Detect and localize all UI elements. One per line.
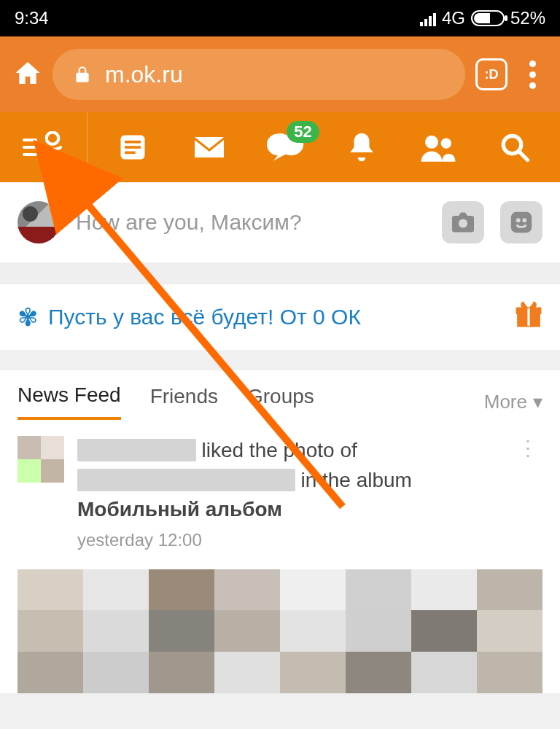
home-button[interactable] (13, 58, 42, 90)
emoji-button[interactable] (500, 201, 542, 243)
svg-point-13 (522, 218, 526, 222)
chevron-down-icon: ▾ (533, 391, 542, 413)
tab-friends[interactable]: Friends (150, 385, 218, 418)
home-icon (13, 58, 42, 87)
hamburger-icon (23, 139, 37, 156)
tab-news-feed[interactable]: News Feed (18, 383, 121, 420)
battery-icon (471, 10, 505, 26)
dot-icon (529, 82, 536, 89)
camera-icon (450, 211, 476, 233)
feed-text-in: in the album (295, 469, 412, 491)
app-topnav: 52 (0, 112, 560, 182)
feed-icon (117, 131, 149, 163)
smiley-icon (509, 210, 534, 235)
tab-groups[interactable]: Groups (247, 385, 314, 418)
envelope-icon (192, 133, 227, 162)
gift-icon (515, 300, 542, 334)
search-icon (499, 132, 530, 163)
ok-logo-icon (40, 131, 65, 163)
feed-timestamp: yesterday 12:00 (77, 528, 500, 553)
network-label: 4G (442, 8, 465, 28)
svg-rect-4 (125, 152, 136, 155)
discussions-badge: 52 (287, 121, 319, 143)
user-avatar[interactable] (18, 201, 60, 243)
nav-feed-button[interactable] (111, 125, 155, 169)
flower-icon: ✾ (18, 303, 38, 332)
section-gap (0, 262, 560, 284)
tabs-more-label: More (484, 391, 527, 413)
feed: ████████ liked the photo of ██████ва (██… (0, 420, 560, 693)
nav-notifications-button[interactable] (340, 125, 384, 169)
svg-rect-3 (125, 146, 141, 149)
lock-icon (73, 65, 92, 84)
status-right: 4G 52% (420, 8, 545, 28)
feed-item-body: ████████ liked the photo of ██████ва (██… (77, 436, 500, 553)
svg-point-7 (441, 138, 451, 148)
compose-input[interactable]: How are you, Максим? (76, 210, 426, 235)
url-text: m.ok.ru (105, 61, 183, 88)
people-icon (419, 133, 458, 162)
svg-rect-11 (511, 212, 532, 233)
dot-icon (529, 71, 536, 78)
feed-item[interactable]: ████████ liked the photo of ██████ва (██… (18, 436, 542, 553)
tabs-more-button[interactable]: More ▾ (484, 391, 542, 413)
android-statusbar: 9:34 4G 52% (0, 0, 560, 36)
feed-photo-blurred[interactable] (18, 569, 542, 693)
svg-point-0 (46, 132, 58, 144)
url-bar[interactable]: m.ok.ru (52, 49, 465, 100)
status-time: 9:34 (15, 8, 49, 28)
promo-banner[interactable]: ✾ Пусть у вас всё будет! От 0 ОК (0, 284, 560, 350)
svg-point-10 (459, 219, 467, 228)
feed-tabs: News Feed Friends Groups More ▾ (0, 370, 560, 420)
feed-text-liked: liked the photo of (196, 439, 357, 461)
browser-menu-button[interactable] (518, 61, 547, 89)
signal-icon (420, 10, 436, 26)
nav-discussions-button[interactable]: 52 (264, 125, 308, 169)
browser-toolbar: m.ok.ru :D (0, 36, 560, 112)
nav-search-button[interactable] (493, 125, 537, 169)
camera-button[interactable] (442, 201, 484, 243)
svg-line-9 (518, 151, 527, 160)
dot-icon (529, 61, 536, 67)
feed-item-avatar[interactable] (18, 436, 64, 483)
promo-text: Пусть у вас всё будет! От 0 ОК (48, 305, 361, 330)
menu-logo-button[interactable] (0, 112, 88, 182)
nav-friends-button[interactable] (416, 125, 460, 169)
svg-rect-16 (527, 308, 529, 326)
feed-album-name: Мобильный альбом (77, 498, 282, 521)
bell-icon (346, 130, 377, 164)
svg-point-12 (516, 218, 521, 222)
svg-point-6 (425, 136, 438, 149)
redacted-name: ████████ (77, 439, 196, 461)
svg-rect-2 (125, 141, 141, 144)
battery-percent: 52% (510, 8, 545, 28)
feed-item-menu-button[interactable]: ⋮ (513, 436, 542, 553)
compose-row: How are you, Максим? (0, 182, 560, 262)
tabs-count: :D (485, 67, 499, 82)
redacted-name: ██████ва (██████) (77, 469, 295, 491)
tabs-button[interactable]: :D (475, 58, 508, 90)
nav-messages-button[interactable] (187, 125, 231, 169)
